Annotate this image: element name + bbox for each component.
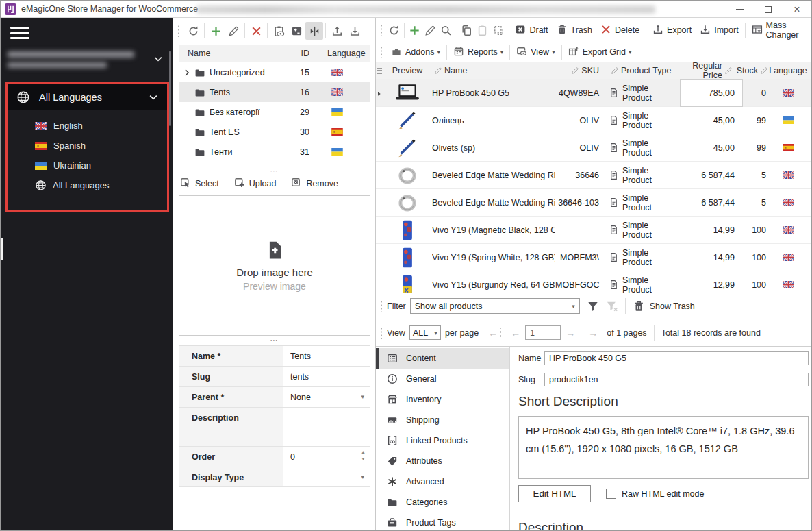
panel-collapse-handle[interactable]	[1, 238, 3, 260]
paste-icon[interactable]	[474, 21, 490, 39]
tab-linked-products[interactable]: Linked Products	[376, 430, 509, 451]
export-grid-button[interactable]: Export Grid▾	[564, 44, 636, 60]
trash-icon[interactable]	[633, 300, 645, 312]
remove-image-button[interactable]: Remove	[291, 177, 338, 190]
sidebar-item-spanish[interactable]: Spanish	[8, 136, 167, 156]
tab-product-tags[interactable]: Product Tags	[376, 513, 509, 531]
filter-icon[interactable]	[587, 300, 599, 312]
column-regular-price[interactable]: Regular Price	[680, 62, 743, 80]
search-icon[interactable]	[438, 21, 454, 39]
split-view-icon[interactable]	[305, 22, 323, 40]
category-row[interactable]: Uncategorized15	[179, 62, 370, 82]
mass-changer-button[interactable]: Mass Changer	[748, 21, 812, 39]
column-preview[interactable]: Preview	[383, 66, 432, 75]
product-row[interactable]: Vivo Y19 (Magnetic Black, 128 GBSimple P…	[376, 217, 812, 244]
chevron-down-icon[interactable]: ▾	[361, 393, 364, 400]
prev-page-button[interactable]: ←	[511, 328, 520, 338]
last-page-button[interactable]: →	[585, 328, 598, 338]
close-button[interactable]: ×	[783, 1, 811, 18]
first-page-button[interactable]: ←	[488, 328, 501, 338]
view-button[interactable]: View▾	[512, 44, 559, 60]
language-selector[interactable]: All Languages	[8, 84, 167, 110]
product-row[interactable]: Vivo Y15 (Burgundy Red, 64 GB)MOBFGOCSim…	[376, 271, 812, 293]
sidebar-scrollbar[interactable]	[169, 51, 171, 126]
category-row[interactable]: Tents16	[179, 82, 370, 102]
column-stock[interactable]: Stock	[743, 66, 770, 75]
column-language[interactable]: Language	[770, 66, 806, 75]
export-button[interactable]: Export	[648, 21, 696, 39]
product-row[interactable]: Vivo Y19 (Spring White, 128 GB)MOBFM3\Si…	[376, 244, 812, 271]
clipboard-preview-icon[interactable]	[270, 22, 288, 40]
form-field-description[interactable]	[283, 408, 370, 446]
category-row[interactable]: Tent ES30	[179, 122, 370, 142]
spinner-control[interactable]: ▲▼	[361, 449, 366, 461]
show-trash-label[interactable]: Show Trash	[650, 301, 695, 311]
column-language[interactable]: Language	[319, 49, 370, 58]
product-slug-input[interactable]	[544, 373, 809, 386]
column-id[interactable]: ID	[282, 49, 319, 58]
edit-icon[interactable]	[422, 21, 438, 39]
tab-general[interactable]: General	[376, 369, 509, 389]
upload-icon[interactable]	[328, 22, 346, 40]
chevron-down-icon[interactable]	[153, 53, 164, 64]
tab-shipping[interactable]: Shipping	[376, 410, 509, 430]
per-page-select[interactable]: ALL ▾	[409, 325, 441, 340]
product-name-input[interactable]	[544, 351, 809, 365]
sidebar-item-ukrainian[interactable]: Ukrainian	[8, 156, 167, 175]
category-row[interactable]: Тенти31	[179, 142, 370, 162]
drag-handle[interactable]	[380, 46, 383, 58]
copy-icon[interactable]	[459, 21, 474, 39]
product-regular-price[interactable]: 785,00	[680, 79, 743, 107]
drag-handle[interactable]	[380, 300, 383, 312]
column-name[interactable]: Name	[432, 66, 555, 75]
refresh-icon[interactable]	[184, 22, 202, 40]
column-product-type[interactable]: Product Type	[603, 66, 680, 75]
add-icon[interactable]	[207, 22, 225, 40]
refresh-icon[interactable]	[386, 21, 402, 39]
filter-clear-icon[interactable]	[606, 300, 618, 312]
minimize-button[interactable]	[725, 1, 754, 18]
page-number-input[interactable]	[525, 325, 561, 340]
product-row[interactable]: Beveled Edge Matte Wedding Ri36646Simple…	[376, 162, 812, 189]
raw-html-checkbox[interactable]	[606, 489, 616, 499]
splitter-handle[interactable]: ⋯	[173, 336, 375, 344]
tab-attributes[interactable]: Attributes	[376, 451, 509, 471]
tab-categories[interactable]: Categories	[376, 492, 509, 513]
form-field-order[interactable]: 0▲▼	[283, 447, 370, 467]
chevron-right-icon[interactable]	[182, 68, 192, 77]
paste-special-icon[interactable]	[491, 21, 507, 39]
reports-button[interactable]: Reports▾	[449, 44, 507, 60]
draft-button[interactable]: Draft	[511, 21, 552, 39]
delete-icon[interactable]	[247, 22, 265, 40]
splitter-handle[interactable]: ⋯	[173, 166, 375, 175]
image-adjust-icon[interactable]	[288, 22, 305, 40]
filter-select[interactable]: Show all products ▾	[410, 298, 580, 314]
menu-icon[interactable]	[10, 25, 29, 40]
delete-button[interactable]: Delete	[596, 21, 644, 39]
drag-handle[interactable]	[177, 25, 181, 37]
form-field-parent-[interactable]: None▾	[283, 387, 370, 407]
product-row[interactable]: ОлівецьOLIVSimple Product45,0099	[376, 107, 812, 134]
form-field-slug[interactable]: tents	[283, 367, 370, 386]
tab-inventory[interactable]: Inventory	[376, 389, 509, 410]
category-row[interactable]: Без категорії29	[179, 102, 370, 122]
edit-icon[interactable]	[225, 22, 242, 40]
maximize-button[interactable]	[754, 1, 783, 18]
image-dropzone[interactable]: Drop image here Preview image	[179, 195, 370, 336]
product-row[interactable]: HP ProBook 450 G54QW89EASimple Product78…	[376, 79, 812, 107]
drag-handle[interactable]	[380, 24, 383, 36]
product-row[interactable]: Olivets (sp)OLIVSimple Product45,0099	[376, 134, 812, 162]
product-row[interactable]: Beveled Edge Matte Wedding Ri36646-103Si…	[376, 189, 812, 217]
tab-content[interactable]: Content	[376, 348, 509, 369]
upload-image-button[interactable]: Upload	[234, 177, 277, 190]
form-field-display-type[interactable]: ▾	[283, 467, 370, 486]
tab-advanced[interactable]: Advanced	[376, 471, 509, 492]
trash-button[interactable]: Trash	[553, 21, 597, 39]
download-icon[interactable]	[346, 22, 364, 40]
column-sku[interactable]: SKU	[555, 66, 603, 75]
add-icon[interactable]	[407, 21, 422, 39]
column-name[interactable]: Name	[179, 49, 282, 58]
next-page-button[interactable]: →	[566, 328, 575, 338]
short-description-editor[interactable]: HP ProBook 450 G5, 8th gen Intel® Core™ …	[518, 416, 809, 479]
drag-handle[interactable]	[380, 327, 383, 339]
